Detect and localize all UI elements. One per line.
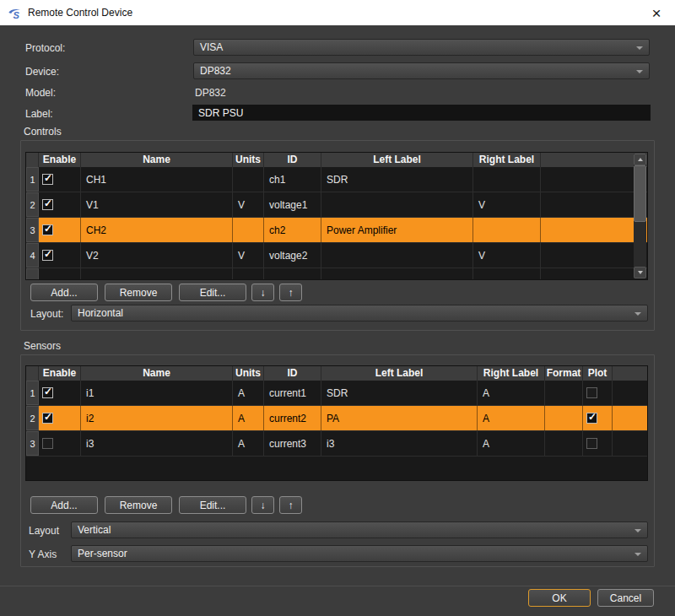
- row-number[interactable]: 3: [26, 431, 39, 456]
- cell-enable[interactable]: [39, 243, 81, 267]
- y-axis-select[interactable]: Per-sensor: [71, 545, 648, 562]
- row-number[interactable]: 2: [26, 192, 39, 217]
- cell-name[interactable]: CH1: [81, 167, 233, 192]
- table-row[interactable]: 4V2Vvoltage2V: [26, 243, 647, 268]
- table-row[interactable]: 1i1Acurrent1SDRA: [26, 381, 647, 406]
- cell-name[interactable]: V1: [81, 192, 233, 217]
- protocol-select[interactable]: VISA: [193, 39, 650, 56]
- row-number[interactable]: 2: [26, 406, 39, 430]
- vertical-scrollbar[interactable]: [634, 154, 646, 278]
- table-row[interactable]: 3i3Acurrent3i3A: [26, 431, 647, 457]
- sensors-table-body: 1i1Acurrent1SDRA2i2Acurrent2PAA3i3Acurre…: [26, 381, 647, 457]
- cell-units[interactable]: V: [233, 192, 264, 217]
- plot-checkbox[interactable]: [586, 438, 597, 449]
- cell-right_label[interactable]: [473, 167, 541, 192]
- enable-checkbox[interactable]: [42, 250, 53, 261]
- row-number[interactable]: 4: [26, 243, 39, 267]
- row-number[interactable]: 1: [26, 381, 39, 405]
- row-number[interactable]: 3: [26, 218, 39, 242]
- row-number[interactable]: 1: [26, 167, 39, 192]
- cell-units[interactable]: A: [233, 381, 264, 405]
- cell-format[interactable]: [545, 381, 583, 405]
- enable-checkbox[interactable]: [42, 199, 53, 210]
- cell-filler: [541, 167, 647, 192]
- table-row[interactable]: 3CH2ch2Power Amplifier: [26, 218, 647, 243]
- controls-move-down-button[interactable]: ↓: [251, 284, 274, 301]
- enable-checkbox[interactable]: [42, 387, 53, 398]
- controls-remove-button[interactable]: Remove: [105, 284, 172, 301]
- cell-right_label[interactable]: V: [473, 243, 541, 267]
- label-input[interactable]: [192, 105, 651, 121]
- scroll-up-button[interactable]: [634, 154, 646, 165]
- cell-id[interactable]: voltage2: [264, 243, 321, 267]
- cell-left_label[interactable]: SDR: [321, 167, 473, 192]
- table-row[interactable]: 2i2Acurrent2PAA: [26, 406, 647, 431]
- ok-button[interactable]: OK: [528, 589, 591, 607]
- cell-name[interactable]: CH2: [81, 218, 233, 242]
- close-button[interactable]: ×: [641, 2, 672, 24]
- cell-plot[interactable]: [583, 431, 613, 456]
- table-row[interactable]: 1CH1ch1SDR: [26, 167, 647, 192]
- cell-id[interactable]: current3: [264, 431, 321, 456]
- cell-left_label[interactable]: SDR: [321, 381, 478, 405]
- sensors-add-button[interactable]: Add...: [30, 496, 98, 514]
- cell-enable[interactable]: [39, 406, 81, 430]
- plot-checkbox[interactable]: [586, 413, 597, 424]
- cell-format[interactable]: [545, 431, 583, 456]
- plot-checkbox[interactable]: [586, 387, 597, 398]
- table-row[interactable]: 2V1Vvoltage1V: [26, 192, 647, 218]
- cell-left_label[interactable]: [321, 243, 473, 267]
- cell-format[interactable]: [545, 406, 583, 430]
- controls-edit-button[interactable]: Edit...: [179, 284, 246, 301]
- cell-units[interactable]: [233, 167, 264, 192]
- enable-checkbox[interactable]: [42, 224, 53, 235]
- cell-name[interactable]: i3: [81, 431, 233, 456]
- sensors-remove-button[interactable]: Remove: [105, 496, 172, 514]
- cell-enable[interactable]: [39, 381, 81, 405]
- cell-plot[interactable]: [583, 381, 613, 405]
- cell-name[interactable]: i2: [81, 406, 233, 430]
- cell-units[interactable]: [233, 218, 264, 242]
- scrollbar-thumb[interactable]: [634, 165, 646, 222]
- cell-units[interactable]: A: [233, 406, 264, 430]
- cell-enable[interactable]: [39, 431, 81, 456]
- cell-enable[interactable]: [39, 167, 81, 192]
- cell-enable[interactable]: [39, 218, 81, 242]
- device-select[interactable]: DP832: [193, 62, 650, 79]
- cell-right_label[interactable]: A: [478, 406, 545, 430]
- enable-checkbox[interactable]: [42, 174, 53, 185]
- enable-checkbox[interactable]: [42, 438, 53, 449]
- cell-right_label[interactable]: A: [478, 431, 545, 456]
- cell-left_label[interactable]: i3: [321, 431, 478, 456]
- close-icon: ×: [651, 5, 661, 21]
- sensors-move-down-button[interactable]: ↓: [251, 496, 274, 514]
- cell-id[interactable]: current2: [264, 406, 321, 430]
- cell-id[interactable]: current1: [264, 381, 321, 405]
- sensors-edit-button[interactable]: Edit...: [179, 496, 246, 514]
- cell-id[interactable]: ch1: [264, 167, 321, 192]
- cell-plot[interactable]: [583, 406, 613, 430]
- cell-id[interactable]: ch2: [264, 218, 321, 242]
- controls-move-up-button[interactable]: ↑: [279, 284, 302, 301]
- cancel-button[interactable]: Cancel: [597, 589, 654, 607]
- cell-name[interactable]: i1: [81, 381, 233, 405]
- cell-id[interactable]: voltage1: [264, 192, 321, 217]
- cell-left_label[interactable]: Power Amplifier: [321, 218, 473, 242]
- sensors-layout-select[interactable]: Vertical: [71, 521, 648, 538]
- cell-name[interactable]: V2: [81, 243, 233, 267]
- cell-enable: [39, 268, 81, 280]
- controls-add-button[interactable]: Add...: [30, 284, 98, 301]
- scrollbar-track[interactable]: [634, 165, 646, 267]
- cell-enable[interactable]: [39, 192, 81, 217]
- cell-right_label[interactable]: [473, 218, 541, 242]
- cell-units[interactable]: V: [233, 243, 264, 267]
- controls-layout-select[interactable]: Horizontal: [71, 305, 648, 322]
- cell-right_label[interactable]: V: [473, 192, 541, 217]
- sensors-move-up-button[interactable]: ↑: [279, 496, 302, 514]
- scroll-down-button[interactable]: [634, 267, 646, 278]
- cell-right_label[interactable]: A: [478, 381, 545, 405]
- cell-left_label[interactable]: [321, 192, 473, 217]
- enable-checkbox[interactable]: [42, 413, 53, 424]
- cell-left_label[interactable]: PA: [321, 406, 478, 430]
- cell-units[interactable]: A: [233, 431, 264, 456]
